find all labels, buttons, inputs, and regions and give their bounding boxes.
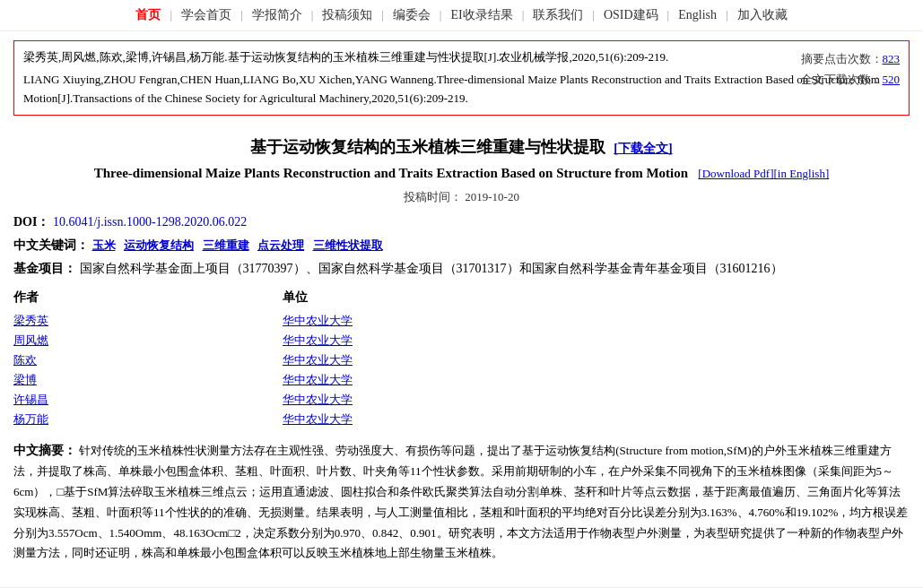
paper-title-cn: 基于运动恢复结构的玉米植株三维重建与性状提取 [下载全文] bbox=[13, 136, 910, 158]
download-label: 全文下载次数： bbox=[801, 73, 883, 86]
abstract-click-count[interactable]: 823 bbox=[883, 52, 901, 65]
table-row: 陈欢 华中农业大学 bbox=[13, 350, 910, 370]
fund-text: 国家自然科学基金面上项目（31770397）、国家自然科学基金项目（317013… bbox=[80, 262, 783, 275]
author-name-4[interactable]: 许锡昌 bbox=[13, 393, 48, 406]
in-english-link[interactable]: [in English] bbox=[773, 167, 829, 180]
download-stats: 全文下载次数：520 bbox=[801, 69, 901, 90]
main-content: 基于运动恢复结构的玉米植株三维重建与性状提取 [下载全文] Three-dime… bbox=[0, 125, 923, 580]
citation-en: LIANG Xiuying,ZHOU Fengran,CHEN Huan,LIA… bbox=[23, 71, 900, 108]
top-navigation: 首页 | 学会首页 | 学报简介 | 投稿须知 | 编委会 | EI收录结果 |… bbox=[0, 0, 923, 31]
table-row: 杨万能 华中农业大学 bbox=[13, 410, 910, 429]
affiliation-0[interactable]: 华中农业大学 bbox=[283, 314, 353, 327]
table-row: 周风燃 华中农业大学 bbox=[13, 331, 910, 350]
abstract-text: 针对传统的玉米植株性状测量方法存在主观性强、劳动强度大、有损伤等问题，提出了基于… bbox=[13, 444, 908, 560]
paper-title-en: Three-dimensional Maize Plants Reconstru… bbox=[13, 163, 910, 184]
abstract-section: 中文摘要： 针对传统的玉米植株性状测量方法存在主观性强、劳动强度大、有损伤等问题… bbox=[13, 440, 910, 564]
download-count[interactable]: 520 bbox=[883, 73, 901, 86]
author-name-1[interactable]: 周风燃 bbox=[13, 333, 48, 347]
citation-box: 梁秀英,周风燃,陈欢,梁博,许锡昌,杨万能.基于运动恢复结构的玉米植株三维重建与… bbox=[13, 40, 910, 116]
authors-header: 作者 bbox=[13, 288, 283, 311]
table-row: 梁博 华中农业大学 bbox=[13, 370, 910, 390]
nav-item-submit[interactable]: 投稿须知 bbox=[313, 5, 381, 25]
download-full-text-link[interactable]: [下载全文] bbox=[614, 142, 672, 155]
fund-line: 基金项目： 国家自然科学基金面上项目（31770397）、国家自然科学基金项目（… bbox=[13, 261, 910, 277]
affiliation-header: 单位 bbox=[283, 288, 910, 311]
doi-link[interactable]: 10.6041/j.issn.1000-1298.2020.06.022 bbox=[53, 215, 247, 229]
author-name-5[interactable]: 杨万能 bbox=[13, 412, 48, 426]
nav-item-society[interactable]: 学会首页 bbox=[172, 5, 240, 25]
author-table: 作者 单位 梁秀英 华中农业大学 周风燃 华中农业大学 陈欢 华中农业大学 梁博… bbox=[13, 288, 910, 429]
affiliation-3[interactable]: 华中农业大学 bbox=[283, 373, 353, 386]
keyword-4[interactable]: 点云处理 bbox=[257, 238, 304, 252]
submit-date-line: 投稿时间： 2019-10-20 bbox=[13, 189, 910, 205]
nav-item-home[interactable]: 首页 bbox=[126, 5, 170, 25]
author-name-3[interactable]: 梁博 bbox=[13, 373, 37, 386]
keyword-2[interactable]: 运动恢复结构 bbox=[124, 238, 194, 252]
table-row: 梁秀英 华中农业大学 bbox=[13, 311, 910, 331]
affiliation-1[interactable]: 华中农业大学 bbox=[283, 333, 353, 347]
affiliation-5[interactable]: 华中农业大学 bbox=[283, 412, 353, 426]
author-section: 作者 单位 梁秀英 华中农业大学 周风燃 华中农业大学 陈欢 华中农业大学 梁博… bbox=[13, 288, 910, 429]
nav-item-osid[interactable]: OSID建码 bbox=[595, 5, 667, 25]
table-row: 许锡昌 华中农业大学 bbox=[13, 390, 910, 410]
nav-item-committee[interactable]: 编委会 bbox=[384, 5, 440, 25]
keyword-5[interactable]: 三维性状提取 bbox=[313, 238, 383, 252]
abstract-click-stats: 摘要点击次数：823 bbox=[801, 48, 901, 69]
nav-item-english[interactable]: English bbox=[669, 6, 726, 24]
doi-line: DOI： 10.6041/j.issn.1000-1298.2020.06.02… bbox=[13, 214, 910, 230]
nav-item-favorite[interactable]: 加入收藏 bbox=[728, 5, 797, 25]
abstract-label: 中文摘要： bbox=[13, 444, 76, 457]
author-name-2[interactable]: 陈欢 bbox=[13, 353, 37, 367]
nav-item-contact[interactable]: 联系我们 bbox=[524, 5, 592, 25]
abstract-click-label: 摘要点击次数： bbox=[801, 52, 883, 65]
affiliation-4[interactable]: 华中农业大学 bbox=[283, 393, 353, 406]
download-pdf-link[interactable]: [Download Pdf] bbox=[698, 167, 773, 180]
citation-stats: 摘要点击次数：823 全文下载次数：520 bbox=[801, 48, 901, 91]
keyword-1[interactable]: 玉米 bbox=[92, 238, 116, 252]
keyword-3[interactable]: 三维重建 bbox=[203, 238, 249, 252]
submit-date-value: 2019-10-20 bbox=[465, 190, 519, 203]
nav-item-ei[interactable]: EI收录结果 bbox=[441, 5, 521, 25]
citation-cn: 梁秀英,周风燃,陈欢,梁博,许锡昌,杨万能.基于运动恢复结构的玉米植株三维重建与… bbox=[23, 48, 900, 67]
nav-item-about[interactable]: 学报简介 bbox=[243, 5, 311, 25]
author-name-0[interactable]: 梁秀英 bbox=[13, 314, 48, 327]
affiliation-2[interactable]: 华中农业大学 bbox=[283, 353, 353, 367]
keywords-line: 中文关键词： 玉米 运动恢复结构 三维重建 点云处理 三维性状提取 bbox=[13, 238, 910, 254]
